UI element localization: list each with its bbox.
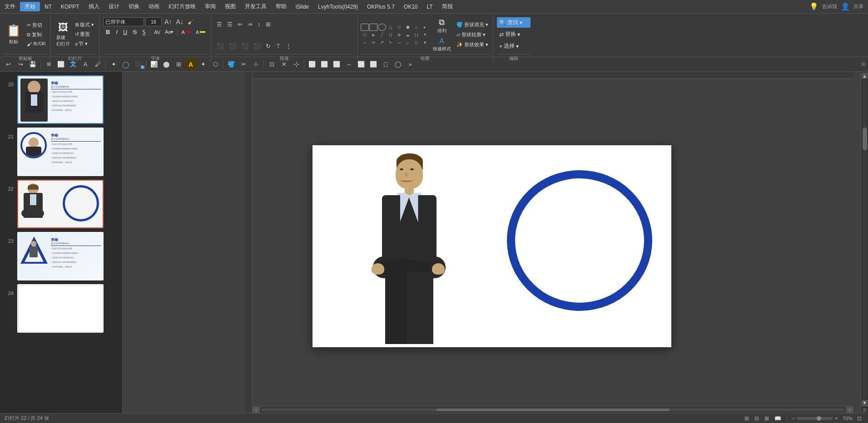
layout-button[interactable]: ⊞版式 ▾ bbox=[74, 20, 95, 29]
shape-fill-button[interactable]: 🪣 形状填充 ▾ bbox=[455, 20, 490, 29]
strikethrough-button[interactable]: S bbox=[130, 28, 139, 36]
lightbulb-icon[interactable]: 💡 bbox=[809, 2, 818, 11]
slide-item-24[interactable]: 24 bbox=[0, 282, 122, 334]
slide-thumb-23[interactable]: 李峰 某大学2020级学生 • 某某大学毕业业设计优秀 • 专业技能1/专业技能… bbox=[17, 232, 104, 280]
slide-sorter-button[interactable]: ⊠ bbox=[762, 414, 772, 423]
zoom-in-button[interactable]: + bbox=[833, 414, 840, 423]
shape-cell[interactable]: ⬦ bbox=[404, 39, 412, 46]
shape-cell[interactable] bbox=[361, 24, 369, 31]
bullet-list-button[interactable]: ☰ bbox=[215, 20, 224, 29]
menu-item-animation[interactable]: 动画 bbox=[144, 2, 164, 11]
slide-item-21[interactable]: 21 李峰 某大学2020级学生 • 某某大学毕业业设计优秀 bbox=[0, 126, 122, 178]
shape-cell[interactable]: ⊕ bbox=[395, 31, 403, 39]
new-slide-button[interactable]: 🖼 新建幻灯片 bbox=[55, 20, 72, 49]
slide-panel-scroll[interactable]: 20 李峰 某大学2020级学生 • 某某大学 bbox=[0, 74, 122, 411]
menu-item-slideshow[interactable]: 幻灯片放映 bbox=[164, 2, 200, 11]
font-name-input[interactable] bbox=[103, 17, 144, 26]
normal-view-button[interactable]: ⊞ bbox=[742, 414, 752, 423]
shape-cell[interactable]: → bbox=[361, 39, 369, 46]
format-painter-button[interactable]: 🖌格式刷 bbox=[25, 40, 47, 48]
align-right-button[interactable]: ⬛ bbox=[239, 42, 250, 50]
slide-thumb-21[interactable]: 李峰 某大学2020级学生 • 某某大学毕业业设计优秀 • 专业技能1/专业技能… bbox=[17, 128, 104, 176]
font-color-button[interactable]: A bbox=[179, 29, 193, 36]
zoom-slider[interactable] bbox=[797, 417, 833, 420]
vertical-align-button[interactable]: ⊤ bbox=[274, 42, 283, 50]
shape-cell[interactable]: ⌊⌋ bbox=[412, 31, 421, 39]
fit-window-button[interactable]: ⊡ bbox=[855, 414, 863, 423]
menu-item-koppt[interactable]: KOPPT bbox=[56, 3, 84, 11]
v-scroll-up[interactable]: ▲ bbox=[862, 73, 868, 79]
clear-format-button[interactable]: 🧹 bbox=[186, 18, 196, 25]
menu-item-transition[interactable]: 切换 bbox=[124, 2, 144, 11]
font-size-increase-button[interactable]: A↑ bbox=[163, 18, 173, 26]
find-button[interactable]: 🔍 查找 ▾ bbox=[497, 17, 531, 28]
justify-button[interactable]: ⬛ bbox=[252, 42, 263, 50]
underline-button[interactable]: U bbox=[121, 28, 129, 36]
reset-button[interactable]: ↺重置 bbox=[74, 30, 95, 39]
menu-item-lt[interactable]: LT bbox=[422, 3, 437, 11]
slide-thumb-22[interactable] bbox=[17, 180, 104, 228]
quick-styles-button[interactable]: A 快速样式 bbox=[431, 36, 453, 53]
smartart-button[interactable]: ⋮ bbox=[284, 42, 293, 50]
select-button[interactable]: ⌖ 选择 ▾ bbox=[497, 41, 531, 51]
increase-indent-button[interactable]: ⇒ bbox=[246, 20, 254, 29]
shape-more-button[interactable]: ▼ bbox=[421, 39, 429, 46]
outline-view-button[interactable]: ⊟ bbox=[752, 414, 762, 423]
menu-item-devtools[interactable]: 开发工具 bbox=[240, 2, 271, 11]
shape-cell[interactable]: △ bbox=[387, 24, 395, 31]
slide-thumb-24[interactable] bbox=[17, 284, 104, 333]
shape-cell[interactable]: ⬟ bbox=[404, 24, 412, 31]
tell-me-label[interactable]: 告诉我 bbox=[822, 3, 837, 10]
font-size-decrease-button[interactable]: A↓ bbox=[174, 18, 184, 26]
font-case-button[interactable]: Aa▾ bbox=[163, 28, 175, 36]
paste-button[interactable]: 📋 粘贴 bbox=[4, 22, 24, 46]
text-shadow-button[interactable]: S̲ bbox=[140, 28, 148, 36]
h-scroll-right[interactable]: › bbox=[846, 407, 853, 413]
menu-item-file[interactable]: 文件 bbox=[0, 2, 20, 11]
shape-cell[interactable]: ╱ bbox=[378, 31, 386, 39]
slide-item-23[interactable]: 23 李峰 某大学2020级学生 bbox=[0, 230, 122, 282]
decrease-indent-button[interactable]: ⇐ bbox=[236, 20, 244, 29]
menu-item-help[interactable]: 帮助 bbox=[271, 2, 291, 11]
slide-canvas[interactable] bbox=[312, 145, 671, 347]
numbered-list-button[interactable]: ☰ bbox=[225, 20, 234, 29]
menu-item-nt[interactable]: NT bbox=[40, 3, 56, 11]
highlight-color-button[interactable]: A bbox=[194, 29, 207, 36]
arrange-button[interactable]: ⧉ 排列 bbox=[431, 16, 453, 35]
menu-item-view[interactable]: 视图 bbox=[220, 2, 240, 11]
text-direction-button[interactable]: ↻ bbox=[264, 42, 273, 50]
shape-cell[interactable]: ▼ bbox=[421, 31, 429, 39]
v-scroll-track[interactable] bbox=[863, 80, 867, 399]
menu-item-review[interactable]: 审阅 bbox=[200, 2, 220, 11]
shape-cell[interactable]: ⬡ bbox=[361, 31, 369, 39]
shape-cell[interactable]: ⌻ bbox=[412, 39, 421, 46]
menu-item-lvyhtools[interactable]: LvyhTools(0429) bbox=[313, 3, 362, 11]
shape-cell[interactable]: ☁ bbox=[404, 31, 412, 39]
user-icon[interactable]: 👤 bbox=[841, 2, 850, 11]
h-scroll-left[interactable]: ‹ bbox=[253, 407, 260, 413]
shape-cell[interactable]: ⤷ bbox=[387, 39, 395, 46]
shape-cell[interactable]: ⇒ bbox=[369, 39, 377, 46]
shape-cell[interactable]: ⌂ bbox=[412, 24, 421, 31]
menu-item-home[interactable]: 开始 bbox=[20, 2, 40, 11]
zoom-level[interactable]: 70% bbox=[840, 415, 855, 422]
section-button[interactable]: ≡节 ▾ bbox=[74, 39, 95, 48]
bold-button[interactable]: B bbox=[103, 28, 113, 36]
menu-item-jianbao[interactable]: 简报 bbox=[437, 2, 457, 11]
italic-button[interactable]: I bbox=[114, 28, 120, 36]
shape-effect-button[interactable]: ✨ 形状效果 ▾ bbox=[455, 40, 490, 49]
shape-cell[interactable] bbox=[378, 24, 386, 31]
menu-item-islide[interactable]: iSlide bbox=[291, 3, 313, 11]
v-scroll-down[interactable]: ▼ bbox=[862, 400, 868, 406]
slide-item-20[interactable]: 20 李峰 某大学2020级学生 • 某某大学 bbox=[0, 74, 122, 126]
columns-button[interactable]: ⊞ bbox=[264, 20, 273, 29]
shape-cell[interactable]: ▸ bbox=[421, 24, 429, 31]
copy-button[interactable]: ⧉复制 bbox=[25, 30, 47, 39]
zoom-out-button[interactable]: − bbox=[790, 414, 797, 423]
font-size-input[interactable] bbox=[145, 17, 162, 26]
align-left-button[interactable]: ⬛ bbox=[215, 42, 226, 50]
slide-item-22[interactable]: 22 bbox=[0, 178, 122, 230]
menu-item-insert[interactable]: 插入 bbox=[84, 2, 104, 11]
line-spacing-button[interactable]: ↕ bbox=[256, 20, 263, 29]
align-center-button[interactable]: ⬛ bbox=[227, 42, 238, 50]
